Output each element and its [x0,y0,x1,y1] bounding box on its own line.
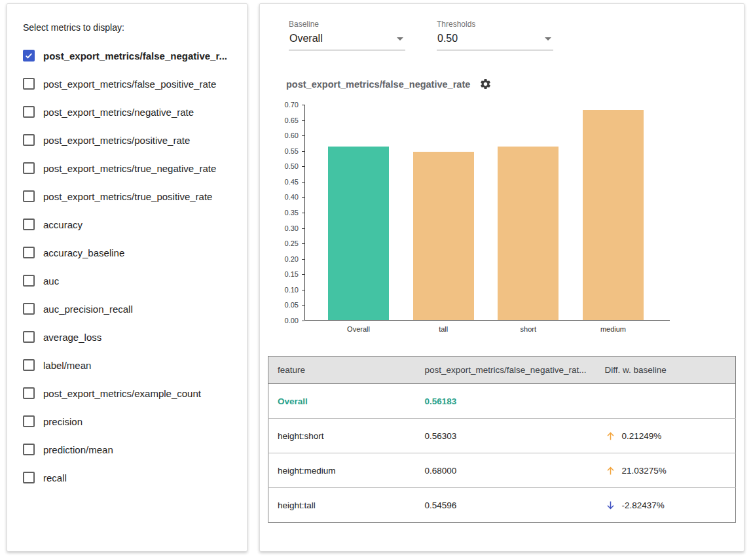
down-arrow-icon [604,499,617,512]
metric-item-7[interactable]: accuracy_baseline [23,247,231,258]
value-cell: 0.54596 [416,488,596,523]
bar-Overall[interactable]: Overall [328,105,389,320]
metric-label: post_export_metrics/false_positive_rate [43,79,216,90]
chevron-down-icon [545,37,551,41]
checkbox-unchecked-icon[interactable] [23,78,35,90]
table-header-2: Diff. w. baseline [595,357,735,384]
chart-plot: Overalltallshortmedium [304,105,670,321]
x-axis-label: tall [413,325,474,333]
diff-value: 0.21249% [621,431,661,441]
checkbox-unchecked-icon[interactable] [23,247,35,258]
bar-short[interactable]: short [498,105,559,320]
diff-cell: 0.21249% [595,419,735,453]
checkbox-unchecked-icon[interactable] [23,303,35,315]
x-axis-label: Overall [328,325,389,333]
value-cell: 0.56303 [416,419,596,453]
metric-label: recall [43,472,67,483]
up-arrow-icon [604,430,617,442]
metric-item-1[interactable]: post_export_metrics/false_positive_rate [23,78,231,90]
metric-item-2[interactable]: post_export_metrics/negative_rate [23,106,231,118]
metric-selector-title: Select metrics to display: [23,22,231,33]
metric-label: label/mean [43,360,91,371]
checkbox-unchecked-icon[interactable] [23,359,35,371]
bar-medium[interactable]: medium [583,105,644,320]
checkbox-unchecked-icon[interactable] [23,134,35,146]
metric-label: auc_precision_recall [43,304,133,315]
metric-item-11[interactable]: label/mean [23,359,231,371]
metric-item-0[interactable]: post_export_metrics/false_negative_r... [23,50,231,61]
baseline-dropdown[interactable]: Baseline Overall [289,20,405,50]
chevron-down-icon [397,37,403,41]
feature-cell: height:medium [268,453,416,488]
diff-cell: 21.03275% [595,453,735,488]
metric-label: post_export_metrics/negative_rate [43,107,194,118]
metric-label: post_export_metrics/true_positive_rate [43,191,212,202]
bar-rect[interactable] [328,147,389,320]
chart-title: post_export_metrics/false_negative_rate [286,79,470,90]
bar-tall[interactable]: tall [413,105,474,320]
thresholds-dropdown-label: Thresholds [437,20,553,29]
metric-item-8[interactable]: auc [23,275,231,287]
metric-label: average_loss [43,332,101,343]
feature-cell: Overall [268,384,416,419]
metric-label: auc [43,275,59,287]
checkbox-unchecked-icon[interactable] [23,331,35,343]
checkbox-unchecked-icon[interactable] [23,387,35,399]
metric-label: post_export_metrics/example_count [43,388,201,399]
up-arrow-icon [604,464,617,477]
value-cell: 0.68000 [416,453,596,488]
table-header-0: feature [268,357,416,384]
bar-rect[interactable] [498,147,559,320]
metric-label: prediction/mean [43,444,113,455]
table-row[interactable]: Overall0.56183 [268,384,736,419]
baseline-dropdown-value: Overall [289,33,323,44]
checkbox-unchecked-icon[interactable] [23,162,35,174]
feature-cell: height:short [268,419,416,453]
table-row[interactable]: height:medium0.6800021.03275% [268,453,736,488]
diff-cell: -2.82437% [595,488,735,523]
metric-item-12[interactable]: post_export_metrics/example_count [23,387,231,399]
controls-row: Baseline Overall Thresholds 0.50 [289,20,736,50]
checkbox-unchecked-icon[interactable] [23,275,35,287]
metric-item-6[interactable]: accuracy [23,219,231,230]
checkbox-unchecked-icon[interactable] [23,444,35,455]
metric-item-5[interactable]: post_export_metrics/true_positive_rate [23,190,231,202]
metric-item-10[interactable]: average_loss [23,331,231,343]
checkbox-unchecked-icon[interactable] [23,106,35,118]
thresholds-dropdown-value: 0.50 [437,33,458,44]
metric-label: accuracy_baseline [43,247,124,258]
feature-cell: height:tall [268,488,416,523]
checkbox-unchecked-icon[interactable] [23,190,35,202]
table-header-1: post_export_metrics/false_negative_rat..… [416,357,596,384]
table-row[interactable]: height:tall0.54596-2.82437% [268,488,736,523]
metric-item-4[interactable]: post_export_metrics/true_negative_rate [23,162,231,174]
value-cell: 0.56183 [416,384,596,419]
metric-label: post_export_metrics/false_negative_r... [43,50,227,61]
x-axis-label: short [498,325,559,333]
metric-label: post_export_metrics/true_negative_rate [43,163,216,174]
metric-label: accuracy [43,219,82,230]
bar-rect[interactable] [583,110,644,320]
gear-icon[interactable] [479,78,492,90]
checkbox-unchecked-icon[interactable] [23,472,35,483]
metric-item-3[interactable]: post_export_metrics/positive_rate [23,134,231,146]
metric-item-14[interactable]: prediction/mean [23,444,231,455]
metric-item-15[interactable]: recall [23,472,231,483]
metric-label: post_export_metrics/positive_rate [43,135,190,146]
metric-item-9[interactable]: auc_precision_recall [23,303,231,315]
diff-cell [595,384,735,419]
diff-value: -2.82437% [621,500,664,510]
thresholds-dropdown[interactable]: Thresholds 0.50 [437,20,553,50]
chart-y-axis: 0.000.050.100.150.200.250.300.350.400.45… [276,105,304,321]
metric-selector-panel: Select metrics to display: post_export_m… [7,3,247,551]
chart-header: post_export_metrics/false_negative_rate [286,78,736,90]
bar-rect[interactable] [413,152,474,320]
x-axis-label: medium [583,325,644,333]
checkbox-checked-icon[interactable] [23,50,35,61]
bar-chart: 0.000.050.100.150.200.250.300.350.400.45… [276,105,736,338]
checkbox-unchecked-icon[interactable] [23,219,35,230]
checkbox-unchecked-icon[interactable] [23,415,35,427]
metric-item-13[interactable]: precision [23,415,231,427]
table-row[interactable]: height:short0.563030.21249% [268,419,736,453]
table-header-row: featurepost_export_metrics/false_negativ… [268,357,736,384]
